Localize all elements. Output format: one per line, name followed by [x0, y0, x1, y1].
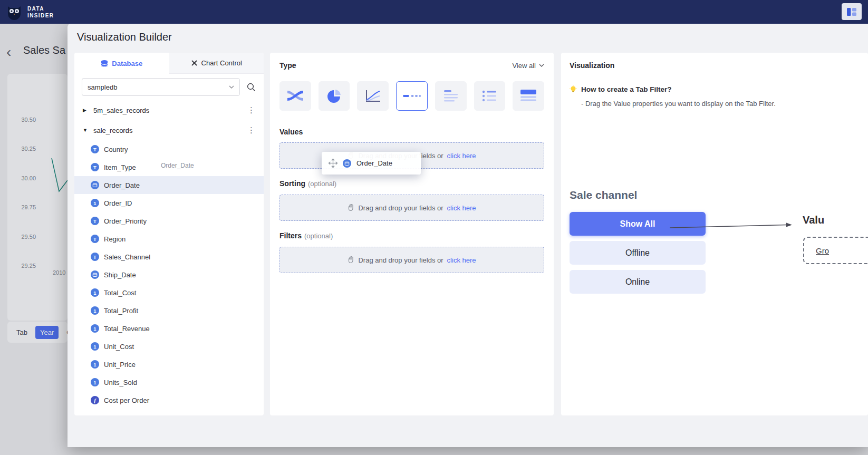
- field-item-total_profit[interactable]: 1Total_Profit: [74, 302, 264, 320]
- search-button[interactable]: [246, 82, 256, 92]
- dataset-tree: ▶5m_sales_records⋮▼sale_records⋮TCountry…: [74, 100, 264, 409]
- field-item-unit_cost[interactable]: 1Unit_Cost: [74, 337, 264, 355]
- drag-hand-icon: [348, 256, 354, 264]
- text-field-icon: T: [91, 253, 99, 261]
- line-chart-icon: [365, 89, 381, 103]
- kebab-menu-icon[interactable]: ⋮: [247, 105, 255, 115]
- drag-ghost-card[interactable]: Order_Date: [322, 152, 421, 175]
- field-item-unit_price[interactable]: 1Unit_Price: [74, 355, 264, 373]
- field-item-total_cost[interactable]: 1Total_Cost: [74, 284, 264, 302]
- preview-title: Sale channel: [570, 189, 706, 201]
- field-item-sales_channel[interactable]: TSales_Channel: [74, 248, 264, 266]
- field-label: Unit_Cost: [104, 343, 134, 351]
- tab-database-label: Database: [112, 60, 142, 67]
- click-here-link[interactable]: click here: [447, 152, 476, 160]
- field-item-order_id[interactable]: 1Order_ID: [74, 194, 264, 212]
- chart-type-sankey[interactable]: [279, 81, 311, 111]
- field-item-region[interactable]: TRegion: [74, 230, 264, 248]
- tab-filter-preview: Sale channel Show AllOfflineOnline: [570, 189, 706, 299]
- search-icon: [246, 82, 256, 92]
- visualization-panel: Visualization How to create a Tab Filter…: [561, 53, 868, 415]
- drop-sections: ValuesDrag and drop your fields orclick …: [279, 128, 544, 273]
- number-field-icon: 1: [91, 306, 99, 315]
- drop-section-title: Values: [279, 128, 544, 136]
- field-label: Cost per Order: [104, 396, 149, 404]
- chevron-down-icon: [229, 85, 234, 89]
- drag-source-label: Order_Date: [161, 162, 194, 169]
- number-field-icon: 1: [91, 360, 99, 369]
- chart-type-bullet-list[interactable]: [474, 81, 506, 111]
- calendar-field-icon: [343, 159, 351, 168]
- dataset-row-5m_sales_records[interactable]: ▶5m_sales_records⋮: [74, 100, 264, 120]
- field-item-country[interactable]: TCountry: [74, 140, 264, 158]
- click-here-link[interactable]: click here: [447, 204, 476, 212]
- field-item-cost-per-order[interactable]: fCost per Order: [74, 391, 264, 409]
- visualization-title: Visualization: [570, 61, 860, 70]
- dataset-row-sale_records[interactable]: ▼sale_records⋮: [74, 120, 264, 140]
- number-field-icon: 1: [91, 378, 99, 386]
- database-icon: [101, 60, 108, 67]
- type-header: Type View all: [279, 61, 544, 70]
- view-all-button[interactable]: View all: [512, 62, 544, 70]
- field-label: Units_Sold: [104, 379, 137, 386]
- caret-down-icon[interactable]: ▼: [83, 128, 91, 133]
- field-label: Order_ID: [104, 199, 132, 207]
- drag-hand-icon: [348, 204, 354, 211]
- drop-section-title: Sorting(optional): [279, 179, 544, 188]
- kebab-menu-icon[interactable]: ⋮: [247, 125, 255, 135]
- text-field-icon: T: [91, 235, 99, 243]
- drop-zone-filters[interactable]: Drag and drop your fields orclick here: [279, 247, 544, 273]
- click-here-link[interactable]: click here: [447, 256, 476, 264]
- chart-type-line[interactable]: [357, 81, 389, 111]
- text-field-icon: T: [91, 163, 99, 171]
- tab-chart-control[interactable]: Chart Control: [169, 53, 264, 74]
- view-all-label: View all: [512, 62, 536, 70]
- field-label: Item_Type: [104, 163, 136, 171]
- chart-config-panel: Type View all: [270, 53, 554, 415]
- annotation-heading: Valu: [803, 214, 824, 226]
- optional-label: (optional): [308, 180, 336, 188]
- brand-text: DATA INSIDER: [27, 5, 54, 19]
- calendar-field-icon: [91, 270, 99, 279]
- filter-button-show-all[interactable]: Show All: [570, 212, 706, 236]
- caret-right-icon[interactable]: ▶: [83, 108, 91, 113]
- left-panel-tabs: Database Chart Control: [74, 53, 264, 74]
- drop-zone-sorting[interactable]: Drag and drop your fields orclick here: [279, 195, 544, 221]
- tab-database[interactable]: Database: [74, 53, 169, 74]
- field-item-total_revenue[interactable]: 1Total_Revenue: [74, 320, 264, 337]
- chevron-down-icon: [539, 64, 544, 67]
- chart-type-tab-filter[interactable]: [396, 81, 428, 111]
- formula-field-icon: f: [91, 396, 99, 404]
- number-field-icon: 1: [91, 342, 99, 351]
- field-label: Country: [104, 146, 128, 153]
- field-item-order_priority[interactable]: TOrder_Priority: [74, 212, 264, 230]
- annotation-link[interactable]: Gro: [816, 246, 829, 255]
- filter-button-online[interactable]: Online: [570, 270, 706, 294]
- list-icon: [443, 90, 458, 102]
- field-label: Total_Cost: [104, 289, 136, 297]
- brand-line-1: DATA: [27, 5, 54, 12]
- dashboard-switcher-button[interactable]: [842, 3, 862, 20]
- lightbulb-icon: [570, 85, 577, 93]
- chart-type-row: [279, 81, 544, 111]
- visualization-builder-modal: Visualization Builder Database Chart Con…: [67, 23, 868, 447]
- filter-button-offline[interactable]: Offline: [570, 241, 706, 265]
- database-select[interactable]: sampledb: [82, 78, 240, 96]
- filter-button-list: Show AllOfflineOnline: [570, 212, 706, 294]
- chart-type-table[interactable]: [513, 81, 544, 111]
- field-item-ship_date[interactable]: Ship_Date: [74, 266, 264, 284]
- number-field-icon: 1: [91, 199, 99, 207]
- chart-type-list[interactable]: [435, 81, 467, 111]
- field-label: Order_Date: [104, 181, 140, 189]
- table-icon: [520, 90, 536, 102]
- dataset-name: 5m_sales_records: [93, 107, 247, 114]
- field-item-order_date[interactable]: Order_Date: [74, 176, 264, 194]
- annotation-drop-box[interactable]: Gro: [803, 237, 868, 264]
- calendar-field-icon: [91, 181, 99, 189]
- database-search-row: sampledb: [74, 74, 264, 100]
- number-field-icon: 1: [91, 288, 99, 297]
- drop-placeholder: Drag and drop your fields or: [358, 256, 443, 264]
- drop-placeholder: Drag and drop your fields or: [358, 204, 443, 212]
- chart-type-pie[interactable]: [319, 81, 350, 111]
- field-item-units_sold[interactable]: 1Units_Sold: [74, 373, 264, 391]
